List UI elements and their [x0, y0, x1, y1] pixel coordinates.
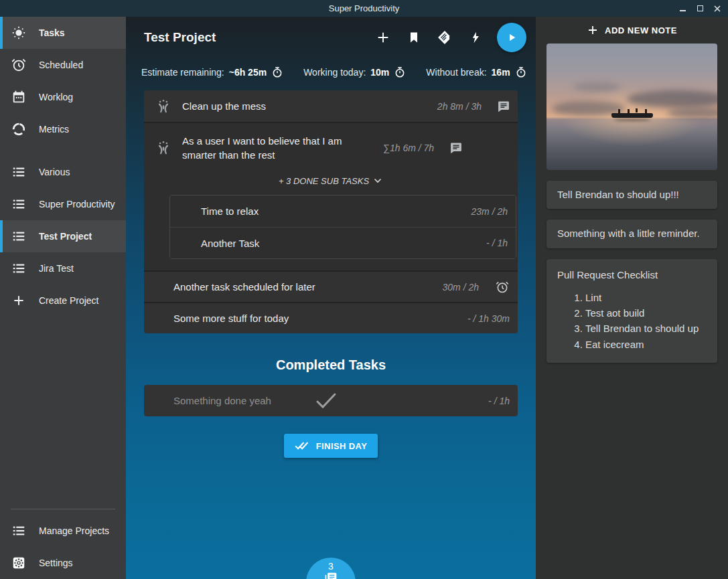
checklist-item: Eat icecream: [585, 337, 707, 352]
notes-toggle-button[interactable]: 3: [306, 558, 356, 579]
task-row[interactable]: Another task scheduled for later 30m / 2…: [144, 270, 518, 302]
task-row[interactable]: Clean up the mess 2h 8m / 3h: [144, 90, 518, 122]
stopwatch-icon: [271, 66, 283, 78]
note-card[interactable]: Tell Brendan to should up!!!: [547, 181, 717, 209]
note-text: Something with a little reminder.: [557, 228, 700, 239]
stat-label: Without break:: [426, 67, 486, 78]
add-new-note-label: ADD NEW NOTE: [605, 25, 677, 35]
app-window: Super Productivity: [0, 0, 728, 579]
note-card[interactable]: Something with a little reminder.: [547, 220, 717, 248]
note-card-checklist[interactable]: Pull Request Checklist Lint Test aot bui…: [547, 259, 717, 363]
titlebar: Super Productivity: [0, 0, 728, 17]
checklist-item: Tell Brendan to should up: [585, 321, 707, 336]
bookmark-button[interactable]: [401, 24, 427, 51]
subtask-title: Another Task: [201, 236, 486, 250]
finish-day-label: FINISH DAY: [316, 441, 367, 451]
subtask-time: 23m / 2h: [471, 206, 508, 217]
page-title: Test Project: [144, 30, 370, 45]
sidebar-item-tasks[interactable]: Tasks: [0, 17, 126, 49]
subtask-title: Time to relax: [201, 204, 471, 218]
plus-icon: [587, 24, 599, 36]
completed-task-title: Something done yeah: [144, 395, 315, 406]
close-icon: [714, 5, 721, 12]
sidebar-item-metrics[interactable]: Metrics: [0, 113, 126, 145]
jira-icon: [144, 139, 182, 157]
sidebar-item-settings[interactable]: Settings: [0, 547, 126, 579]
note-image-sunset-boat[interactable]: [547, 44, 717, 170]
sidebar-item-label: Super Productivity: [39, 199, 115, 210]
sidebar-item-worklog[interactable]: Worklog: [0, 81, 126, 113]
sidebar-divider: [11, 509, 115, 509]
bolt-button[interactable]: [462, 24, 489, 51]
bolt-icon: [469, 31, 482, 44]
cloud: [573, 82, 620, 92]
list-icon: [11, 196, 27, 212]
add-task-button[interactable]: [370, 24, 396, 51]
stat-without-break: Without break: 16m: [426, 66, 526, 78]
stat-label: Estimate remaining:: [141, 67, 224, 78]
note-title: Pull Request Checklist: [557, 268, 707, 282]
sidebar-item-label: Test Project: [39, 231, 92, 242]
sidebar-item-jira-test[interactable]: Jira Test: [0, 252, 126, 284]
task-row[interactable]: Some more stuff for today - / 1h 30m: [144, 302, 518, 333]
subtask-box: Time to relax 23m / 2h Another Task - / …: [169, 195, 516, 259]
close-button[interactable]: [711, 2, 724, 15]
sticky-note-button[interactable]: [431, 24, 458, 51]
subtask-row[interactable]: Time to relax 23m / 2h: [170, 195, 516, 227]
add-task-icon: [376, 30, 390, 45]
checklist: Lint Test aot build Tell Brendan to shou…: [557, 290, 707, 352]
sidebar-item-test-project[interactable]: Test Project: [0, 220, 126, 252]
completed-tasks-heading: Completed Tasks: [126, 357, 536, 373]
task-time: 30m / 2h: [443, 282, 479, 293]
gear-icon: [11, 555, 27, 571]
sidebar-item-scheduled[interactable]: Scheduled: [0, 49, 126, 81]
checklist-item: Lint: [585, 290, 707, 305]
boat-silhouette: [611, 113, 653, 118]
done-subtasks-toggle[interactable]: + 3 DONE SUB TASKS: [144, 173, 518, 195]
completed-task-time: - / 1h: [488, 396, 510, 406]
parent-task: As a user I want to believe that I am sm…: [144, 122, 518, 270]
comment-icon[interactable]: [442, 141, 470, 155]
sidebar-item-label: Metrics: [39, 124, 69, 135]
sidebar-item-manage-projects[interactable]: Manage Projects: [0, 515, 126, 547]
task-title: Clean up the mess: [182, 99, 437, 113]
play-button[interactable]: [497, 23, 526, 52]
main-header: Test Project: [126, 17, 536, 52]
play-icon: [506, 31, 518, 44]
task-time: ∑1h 6m / 7h: [383, 143, 434, 153]
sidebar-item-label: Create Project: [39, 295, 98, 306]
window-title: Super Productivity: [329, 3, 400, 13]
checklist-item: Test aot build: [585, 305, 707, 321]
header-actions: [370, 23, 526, 52]
stat-value: 10m: [370, 67, 389, 78]
sidebar-item-label: Worklog: [39, 92, 73, 102]
finish-day-button[interactable]: FINISH DAY: [284, 434, 378, 458]
subtask-time: - / 1h: [486, 238, 508, 248]
notes-count-badge: 3: [328, 562, 334, 572]
sidebar-gap: [0, 145, 126, 156]
comment-icon[interactable]: [490, 100, 518, 113]
sticky-note-icon: [437, 29, 453, 46]
plus-icon: [11, 293, 27, 309]
sidebar-item-super-productivity[interactable]: Super Productivity: [0, 188, 126, 220]
maximize-button[interactable]: [693, 2, 707, 15]
completed-task-row[interactable]: Something done yeah - / 1h: [144, 385, 518, 416]
sidebar-item-label: Scheduled: [39, 60, 83, 70]
add-new-note-button[interactable]: ADD NEW NOTE: [536, 17, 728, 44]
task-list: Clean up the mess 2h 8m / 3h: [144, 90, 518, 333]
sidebar-item-label: Manage Projects: [39, 525, 109, 536]
sidebar-item-various[interactable]: Various: [0, 156, 126, 188]
subtask-row[interactable]: Another Task - / 1h: [170, 227, 516, 258]
note-text: Tell Brendan to should up!!!: [557, 189, 679, 200]
stat-value: 16m: [492, 67, 510, 78]
sidebar-item-create-project[interactable]: Create Project: [0, 284, 126, 317]
task-row[interactable]: As a user I want to believe that I am sm…: [144, 123, 518, 173]
task-title: Some more stuff for today: [173, 311, 467, 325]
stats-row: Estimate remaining: ~6h 25m Working toda…: [126, 52, 536, 86]
task-time: 2h 8m / 3h: [437, 101, 482, 112]
minimize-button[interactable]: [676, 2, 689, 15]
alarm-icon[interactable]: [487, 280, 518, 294]
maximize-icon: [697, 5, 703, 11]
task-title: Another task scheduled for later: [173, 280, 443, 294]
stat-estimate-remaining: Estimate remaining: ~6h 25m: [141, 66, 283, 78]
